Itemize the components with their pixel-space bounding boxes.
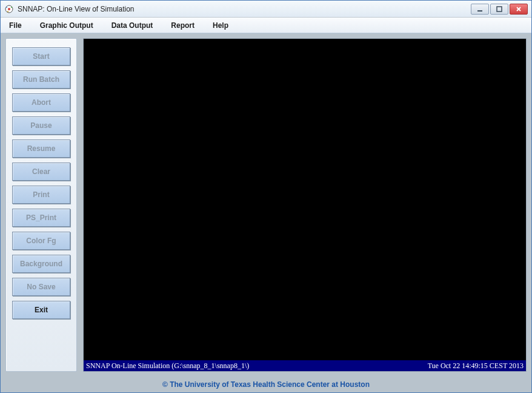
svg-rect-5 <box>477 10 482 12</box>
background-button[interactable]: Background <box>12 255 70 273</box>
footer-text: © The University of Texas Health Science… <box>162 380 370 389</box>
app-icon <box>4 4 14 14</box>
menubar: File Graphic Output Data Output Report H… <box>1 18 531 33</box>
window-controls <box>471 4 528 15</box>
resume-button[interactable]: Resume <box>12 139 70 158</box>
color-fg-button[interactable]: Color Fg <box>12 232 70 250</box>
status-right: Tue Oct 22 14:49:15 CEST 2013 <box>428 361 524 371</box>
clear-button[interactable]: Clear <box>12 163 70 181</box>
pause-button[interactable]: Pause <box>12 116 70 135</box>
close-button[interactable] <box>510 4 528 15</box>
app-window: SNNAP: On-Line View of Simulation File <box>0 0 532 393</box>
abort-button[interactable]: Abort <box>12 93 70 112</box>
sidebar: Start Run Batch Abort Pause Resume Clear… <box>5 38 77 372</box>
minimize-button[interactable] <box>471 4 489 15</box>
footer: © The University of Texas Health Science… <box>1 377 531 392</box>
menu-report[interactable]: Report <box>167 20 198 31</box>
menu-file[interactable]: File <box>5 20 25 31</box>
svg-point-4 <box>7 11 8 12</box>
status-bar: SNNAP On-Line Simulation (G:\snnap_8_1\s… <box>84 360 526 371</box>
exit-button[interactable]: Exit <box>12 301 70 319</box>
maximize-button[interactable] <box>490 4 508 15</box>
svg-point-1 <box>8 8 10 10</box>
no-save-button[interactable]: No Save <box>12 278 70 296</box>
ps-print-button[interactable]: PS_Print <box>12 209 70 227</box>
maximize-icon <box>496 6 502 12</box>
start-button[interactable]: Start <box>12 47 70 66</box>
menu-data-output[interactable]: Data Output <box>108 20 157 31</box>
window-title: SNNAP: On-Line View of Simulation <box>18 5 471 13</box>
main-panel: SNNAP On-Line Simulation (G:\snnap_8_1\s… <box>83 38 527 372</box>
svg-rect-6 <box>497 7 502 12</box>
client-area: Start Run Batch Abort Pause Resume Clear… <box>1 33 531 377</box>
menu-help[interactable]: Help <box>209 20 232 31</box>
status-left: SNNAP On-Line Simulation (G:\snnap_8_1\s… <box>86 361 428 371</box>
svg-point-2 <box>6 7 7 8</box>
menu-graphic-output[interactable]: Graphic Output <box>36 20 97 31</box>
run-batch-button[interactable]: Run Batch <box>12 70 70 89</box>
print-button[interactable]: Print <box>12 186 70 204</box>
svg-point-3 <box>11 7 12 8</box>
titlebar: SNNAP: On-Line View of Simulation <box>1 1 531 18</box>
close-icon <box>516 6 522 12</box>
minimize-icon <box>477 6 483 12</box>
simulation-canvas <box>84 39 526 360</box>
